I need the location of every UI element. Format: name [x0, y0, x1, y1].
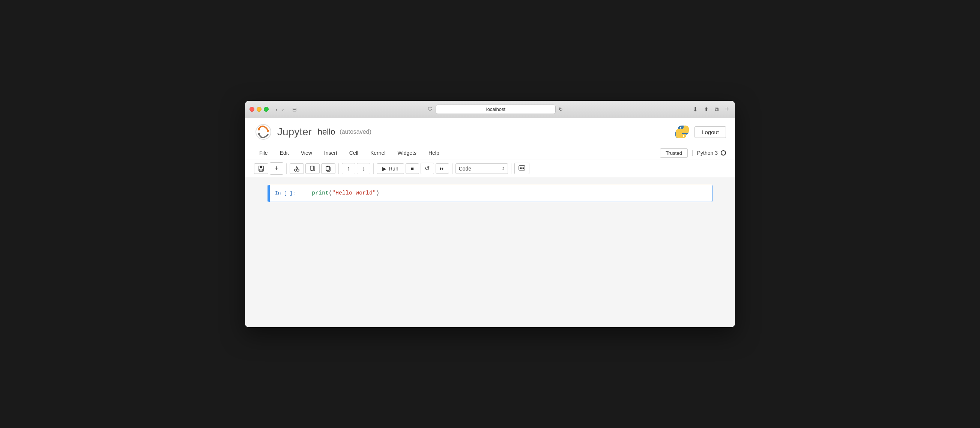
toolbar-separator-3	[373, 163, 374, 174]
toolbar-separator-1	[286, 163, 286, 174]
download-button[interactable]: ⬇	[692, 105, 699, 114]
svg-point-3	[258, 133, 260, 135]
kernel-status-circle	[721, 150, 726, 155]
svg-rect-14	[310, 166, 313, 170]
code-function: print	[312, 190, 329, 197]
logout-button[interactable]: Logout	[694, 126, 726, 138]
svg-rect-20	[520, 167, 521, 168]
menu-file[interactable]: File	[254, 147, 273, 158]
trusted-button[interactable]: Trusted	[660, 148, 688, 158]
svg-rect-24	[521, 168, 522, 169]
keyboard-icon	[519, 165, 525, 171]
code-cell[interactable]: In [ ]: print("Hello World")	[267, 185, 713, 202]
url-text: localhost	[486, 106, 505, 112]
menu-view[interactable]: View	[296, 147, 317, 158]
svg-rect-7	[260, 166, 262, 168]
cut-button[interactable]	[290, 163, 304, 174]
menu-edit[interactable]: Edit	[275, 147, 294, 158]
menu-items: File Edit View Insert Cell Kernel Widget…	[254, 147, 445, 158]
kernel-name: Python 3	[697, 150, 718, 156]
close-button[interactable]	[250, 107, 255, 112]
svg-point-4	[680, 127, 681, 128]
cell-type-wrapper: Code Markdown Raw NBConvert Heading	[455, 163, 508, 174]
cut-icon	[294, 166, 300, 172]
move-up-button[interactable]: ↑	[342, 163, 355, 174]
toolbar-separator-4	[452, 163, 452, 174]
run-icon: ▶	[382, 166, 387, 172]
keyboard-shortcuts-button[interactable]	[514, 163, 530, 174]
run-button[interactable]: ▶ Run	[377, 163, 404, 174]
new-tab-button[interactable]: ⧉	[713, 105, 721, 114]
svg-point-5	[683, 135, 684, 137]
menu-insert[interactable]: Insert	[319, 147, 342, 158]
cell-prompt: In [ ]:	[270, 185, 307, 201]
add-tab-button[interactable]: +	[723, 105, 730, 114]
menu-widgets[interactable]: Widgets	[392, 147, 422, 158]
menu-kernel[interactable]: Kernel	[365, 147, 391, 158]
notebook-title[interactable]: hello	[318, 127, 335, 137]
sidebar-toggle-button[interactable]: ⊟	[290, 106, 299, 113]
browser-toolbar-right: ⬇ ⬆ ⧉ +	[692, 105, 730, 114]
title-bar: ‹ › ⊟ 🛡 localhost ↻ ⬇ ⬆ ⧉ +	[245, 101, 735, 118]
code-string: "Hello World"	[332, 190, 376, 197]
notebook-header-right: Logout	[674, 124, 726, 140]
paste-button[interactable]	[321, 163, 336, 174]
traffic-lights	[250, 107, 269, 112]
toolbar-separator-2	[339, 163, 339, 174]
run-label: Run	[389, 166, 398, 172]
svg-rect-19	[519, 166, 525, 170]
svg-rect-18	[327, 166, 328, 167]
svg-rect-22	[523, 167, 524, 168]
fast-forward-button[interactable]: ⏭	[436, 163, 449, 174]
add-cell-button[interactable]: +	[270, 162, 283, 174]
move-down-button[interactable]: ↓	[357, 163, 370, 174]
restart-button[interactable]: ↺	[421, 163, 434, 174]
svg-point-1	[258, 128, 260, 130]
jupyter-text: Jupyter	[277, 126, 312, 138]
code-open-paren: (	[329, 190, 332, 197]
svg-rect-23	[520, 168, 521, 169]
python-logo	[674, 124, 690, 140]
notebook-body: In [ ]: print("Hello World")	[245, 177, 735, 327]
share-button[interactable]: ⬆	[702, 105, 710, 114]
menu-cell[interactable]: Cell	[344, 147, 364, 158]
cell-type-select[interactable]: Code Markdown Raw NBConvert Heading	[455, 163, 508, 174]
svg-point-2	[267, 130, 269, 132]
paste-icon	[325, 166, 331, 172]
notebook-logo-title: Jupyter hello (autosaved)	[254, 122, 371, 141]
save-icon	[258, 166, 264, 172]
url-bar-wrapper: 🛡 localhost ↻	[302, 105, 689, 114]
forward-button[interactable]: ›	[280, 106, 286, 113]
url-bar[interactable]: localhost	[436, 105, 556, 114]
maximize-button[interactable]	[264, 107, 269, 112]
browser-window: ‹ › ⊟ 🛡 localhost ↻ ⬇ ⬆ ⧉ +	[245, 101, 735, 327]
toolbar-separator-5	[511, 163, 511, 174]
copy-icon	[310, 166, 315, 172]
copy-button[interactable]	[305, 163, 320, 174]
refresh-button[interactable]: ↻	[558, 106, 563, 112]
autosaved-label: (autosaved)	[340, 128, 371, 135]
nav-buttons: ‹ ›	[274, 106, 286, 113]
shield-icon: 🛡	[428, 106, 433, 112]
menu-right: Trusted Python 3	[660, 148, 726, 158]
stop-button[interactable]: ■	[406, 163, 419, 174]
svg-rect-8	[259, 169, 262, 171]
svg-rect-17	[326, 166, 329, 171]
code-close-paren: )	[376, 190, 379, 197]
notebook-area: Jupyter hello (autosaved) Logout File Ed…	[245, 118, 735, 327]
menu-help[interactable]: Help	[423, 147, 445, 158]
kernel-indicator: Python 3	[692, 150, 726, 156]
jupyter-logo	[254, 122, 273, 141]
notebook-menubar: File Edit View Insert Cell Kernel Widget…	[245, 146, 735, 160]
save-button[interactable]	[254, 163, 268, 174]
svg-rect-25	[523, 168, 524, 169]
cell-editor[interactable]: print("Hello World")	[307, 185, 712, 201]
minimize-button[interactable]	[257, 107, 261, 112]
notebook-toolbar: +	[245, 160, 735, 177]
notebook-header: Jupyter hello (autosaved) Logout	[245, 118, 735, 146]
back-button[interactable]: ‹	[274, 106, 280, 113]
prompt-text: In [ ]:	[275, 190, 296, 196]
svg-rect-21	[521, 167, 522, 168]
